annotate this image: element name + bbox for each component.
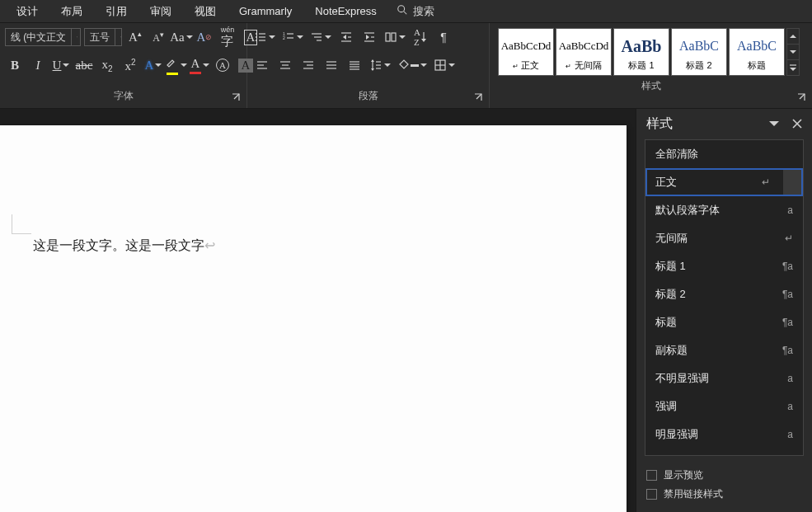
chevron-down-icon xyxy=(71,29,82,45)
borders-button[interactable] xyxy=(432,54,457,76)
style-item-tag: a xyxy=(787,429,793,440)
svg-line-1 xyxy=(403,12,406,15)
document-page: 这是一段文字。这是一段文字↩ xyxy=(0,125,627,512)
svg-marker-15 xyxy=(269,35,275,39)
group-label-font: 字体 xyxy=(5,86,242,108)
align-justify-button[interactable] xyxy=(322,54,341,76)
bold-button[interactable]: B xyxy=(5,54,25,76)
style-item-label: 全部清除 xyxy=(655,147,698,162)
pane-title: 样式 xyxy=(646,115,673,133)
gallery-scroll-down[interactable] xyxy=(787,45,799,60)
multilevel-list-button[interactable] xyxy=(308,26,333,48)
font-name-combo[interactable]: 线 (中文正文 xyxy=(5,28,81,46)
line-spacing-button[interactable] xyxy=(368,54,392,76)
style-item-tag: ¶a xyxy=(782,261,793,272)
style-item-9[interactable]: 强调a xyxy=(645,392,803,420)
subscript-button[interactable]: x2 xyxy=(97,54,117,76)
style-item-8[interactable]: 不明显强调a xyxy=(645,364,803,392)
svg-marker-65 xyxy=(448,63,455,67)
style-tile-title[interactable]: AaBbC标题 xyxy=(729,28,785,76)
decrease-indent-button[interactable] xyxy=(336,26,356,48)
style-tile-normal[interactable]: AaBbCcDd↵ 正文 xyxy=(498,28,554,76)
highlighter-icon xyxy=(166,55,179,72)
style-item-10[interactable]: 明显强调a xyxy=(645,420,803,449)
style-item-0[interactable]: 全部清除 xyxy=(645,140,803,168)
svg-marker-67 xyxy=(790,50,796,54)
italic-button[interactable]: I xyxy=(28,54,48,76)
pane-close-button[interactable] xyxy=(792,117,802,132)
style-tile-no-spacing[interactable]: AaBbCcDd↵ 无间隔 xyxy=(556,28,612,76)
style-item-tag: a xyxy=(787,373,793,384)
style-item-tag: a xyxy=(787,204,793,216)
asian-layout-button[interactable] xyxy=(383,26,407,48)
styles-dialog-launcher[interactable] xyxy=(796,92,807,103)
svg-point-0 xyxy=(397,6,404,12)
menu-item-review[interactable]: 审阅 xyxy=(138,0,183,22)
style-tile-heading1[interactable]: AaBb标题 1 xyxy=(613,28,669,76)
underline-button[interactable]: U xyxy=(51,54,71,76)
sort-button[interactable]: AZ xyxy=(411,26,430,48)
style-item-5[interactable]: 标题 2¶a xyxy=(645,280,803,308)
font-dialog-launcher[interactable] xyxy=(230,92,242,103)
style-item-label: 不明显强调 xyxy=(655,371,709,386)
style-item-2[interactable]: 默认段落字体a xyxy=(645,196,803,224)
styles-list[interactable]: 全部清除正文↵默认段落字体a无间隔↵标题 1¶a标题 2¶a标题¶a副标题¶a不… xyxy=(645,139,804,456)
menu-item-noteexpress[interactable]: NoteExpress xyxy=(303,0,387,22)
clear-formatting-button[interactable]: A⊘ xyxy=(195,26,214,48)
numbering-button[interactable]: 12 xyxy=(280,26,305,48)
increase-indent-button[interactable] xyxy=(359,26,379,48)
svg-marker-2 xyxy=(77,37,77,38)
gallery-scroll-up[interactable] xyxy=(787,29,799,45)
menu-item-layout[interactable]: 布局 xyxy=(49,0,94,22)
highlight-color-button[interactable] xyxy=(167,54,186,76)
gallery-expand[interactable] xyxy=(787,60,799,75)
show-marks-button[interactable]: ¶ xyxy=(434,26,453,48)
svg-marker-5 xyxy=(63,63,69,67)
font-color-button[interactable]: A xyxy=(190,54,209,76)
strikethrough-button[interactable]: abc xyxy=(74,54,94,76)
svg-marker-3 xyxy=(120,37,121,38)
shading-button[interactable] xyxy=(396,54,429,76)
superscript-button[interactable]: x2 xyxy=(120,54,140,76)
phonetic-guide-button[interactable]: wén字 xyxy=(218,26,237,48)
change-case-button[interactable]: Aa xyxy=(171,26,191,48)
svg-marker-29 xyxy=(366,35,369,40)
svg-marker-66 xyxy=(790,35,796,38)
pane-options-button[interactable] xyxy=(769,117,779,132)
circled-char-button[interactable]: A xyxy=(213,54,232,76)
style-item-label: 要点 xyxy=(655,455,677,456)
menu-item-view[interactable]: 视图 xyxy=(183,0,228,22)
document-canvas[interactable]: 这是一段文字。这是一段文字↩ xyxy=(0,109,636,512)
paragraph-dialog-launcher[interactable] xyxy=(472,92,484,103)
align-right-button[interactable] xyxy=(298,54,318,76)
align-distributed-button[interactable] xyxy=(345,54,364,76)
menu-item-design[interactable]: 设计 xyxy=(5,0,49,22)
style-item-11[interactable]: 要点a xyxy=(645,449,803,456)
ribbon-group-paragraph: 12 AZ ¶ 段落 xyxy=(247,23,490,108)
font-size-combo[interactable]: 五号 xyxy=(84,28,122,46)
disable-linked-checkbox[interactable]: 禁用链接样式 xyxy=(646,485,802,504)
menu-item-grammarly[interactable]: Grammarly xyxy=(228,0,303,22)
margin-corner-icon xyxy=(12,214,31,234)
style-item-6[interactable]: 标题¶a xyxy=(645,308,803,336)
style-item-label: 标题 2 xyxy=(655,287,686,302)
style-item-1[interactable]: 正文↵ xyxy=(645,168,803,196)
search-label: 搜索 xyxy=(413,4,434,19)
align-left-button[interactable] xyxy=(252,54,272,76)
show-preview-checkbox[interactable]: 显示预览 xyxy=(646,466,802,485)
search-box[interactable]: 搜索 xyxy=(388,4,443,19)
style-tile-heading2[interactable]: AaBbC标题 2 xyxy=(671,28,727,76)
svg-marker-61 xyxy=(420,63,427,67)
shrink-font-button[interactable]: A▾ xyxy=(148,26,168,48)
style-item-7[interactable]: 副标题¶a xyxy=(645,336,803,364)
chevron-down-icon xyxy=(115,29,126,45)
grow-font-button[interactable]: A▴ xyxy=(125,26,145,48)
ribbon-group-font: 线 (中文正文 五号 A▴ A▾ Aa A⊘ wén字 A B I U abc xyxy=(0,23,247,108)
menu-item-references[interactable]: 引用 xyxy=(94,0,138,22)
style-item-4[interactable]: 标题 1¶a xyxy=(645,252,803,280)
text-effects-button[interactable]: A xyxy=(143,54,163,76)
style-item-3[interactable]: 无间隔↵ xyxy=(645,224,803,252)
align-center-button[interactable] xyxy=(275,54,295,76)
bullets-button[interactable] xyxy=(252,26,277,48)
document-body-text[interactable]: 这是一段文字。这是一段文字↩ xyxy=(33,237,215,255)
